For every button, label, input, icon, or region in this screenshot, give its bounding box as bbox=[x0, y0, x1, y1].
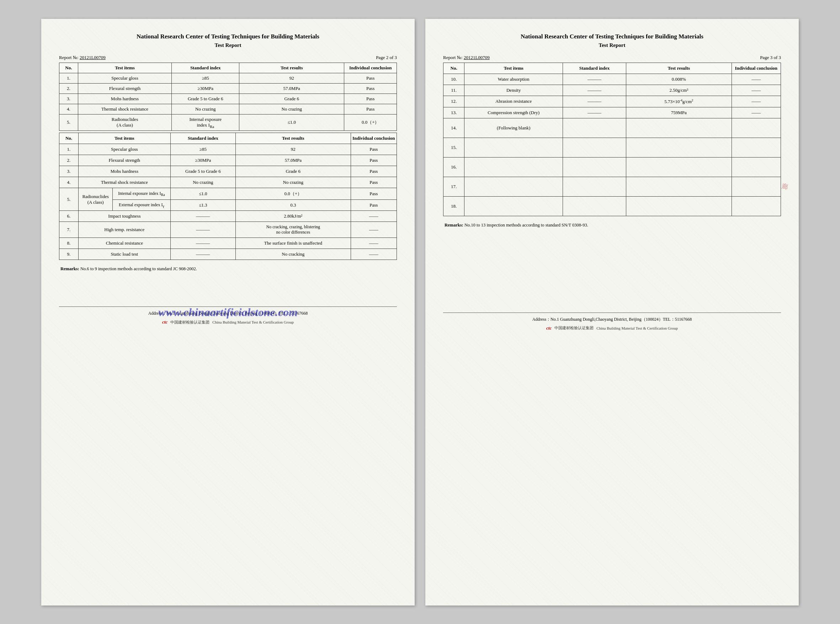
table-row: 8. Chemical resistance ——— The surface f… bbox=[59, 238, 397, 249]
page-3: National Research Center of Testing Tech… bbox=[425, 19, 799, 605]
table-row: 9. Static load test ——— No cracking —— bbox=[59, 249, 397, 260]
page3-report-no: Report №: 20121L00709 bbox=[443, 55, 490, 60]
th-no: No. bbox=[59, 133, 79, 144]
th-standard-index3: Standard index bbox=[563, 63, 626, 74]
page3-title: Test Report bbox=[443, 42, 781, 48]
table-row: 3. Mohs hardness Grade 5 to Grade 6 Grad… bbox=[59, 94, 397, 104]
table-row: 1. Specular gloss ≥85 92 Pass bbox=[59, 144, 397, 155]
th-individual-conclusion3: Individual conclusion bbox=[732, 63, 781, 74]
page2-page-label: Page 2 of 3 bbox=[376, 55, 397, 60]
table-row: 12. Abrasion resistance ——— 5.73×10-4g/c… bbox=[443, 96, 781, 107]
th-standard-index: Standard index bbox=[170, 133, 235, 144]
logo-sub-3: 中国建材检验认证集团 bbox=[554, 325, 593, 331]
th-test-results3: Test results bbox=[626, 63, 732, 74]
page2-logo-area: ctc 中国建材检验认证集团 China Building Material T… bbox=[59, 319, 397, 325]
page3-meta: Report №: 20121L00709 Page 3 of 3 bbox=[443, 55, 781, 60]
page3-page-label: Page 3 of 3 bbox=[760, 55, 781, 60]
table-row: 4. Thermal shock resistance No crazing N… bbox=[59, 177, 397, 188]
table-row: 4. Thermal shock resistance No crazing N… bbox=[59, 104, 397, 114]
col-test: Test items bbox=[78, 63, 172, 73]
page2-footer: Address：No.1 Guanzhuang Dongli,Chaoyang … bbox=[59, 306, 397, 325]
th-test-items: Test items bbox=[78, 133, 170, 144]
page-2: National Research Center of Testing Tech… bbox=[41, 19, 415, 605]
logo-sub: 中国建材检验认证集团 bbox=[170, 320, 210, 325]
page2-header: National Research Center of Testing Tech… bbox=[59, 33, 397, 48]
page2-table: No. Test items Standard index Test resul… bbox=[59, 63, 397, 131]
table-row: 16. bbox=[443, 157, 781, 177]
page3-org: National Research Center of Testing Tech… bbox=[443, 33, 781, 40]
col-concl: Individual conclusion bbox=[344, 63, 397, 73]
table-row: 1. Specular gloss ≥85 92 Pass bbox=[59, 73, 397, 83]
table-row: 2. Flexural strength ≥30MPa 57.0MPa Pass bbox=[59, 83, 397, 94]
page2-report-no: Report №: 20121L00709 bbox=[59, 55, 106, 60]
page2-title: Test Report bbox=[59, 42, 397, 48]
table-row: 13. Compression strength (Dry) ——— 759MP… bbox=[443, 107, 781, 118]
page2-remarks: Remarks: No.6 to 9 inspection methods ac… bbox=[59, 264, 397, 275]
page2-org: National Research Center of Testing Tech… bbox=[59, 33, 397, 40]
table-row: 10. Water absorption ——— 0.008% —— bbox=[443, 74, 781, 85]
table-row: 3. Mohs hardness Grade 5 to Grade 6 Grad… bbox=[59, 166, 397, 177]
page2-report-table: No. Test items Standard index Test resul… bbox=[59, 133, 397, 260]
table-row: 7. High temp. resistance ——— No cracking… bbox=[59, 222, 397, 238]
table-row: 17. bbox=[443, 177, 781, 196]
page3-report-table: No. Test items Standard index Test resul… bbox=[443, 63, 781, 216]
col-result: Test results bbox=[239, 63, 344, 73]
col-std: Standard index bbox=[172, 63, 239, 73]
table-row: 6. Impact toughness ——— 2.80kJ/m² —— bbox=[59, 211, 397, 222]
page3-header: National Research Center of Testing Tech… bbox=[443, 33, 781, 48]
th-no3: No. bbox=[443, 63, 465, 74]
table-row: 5. Radionuclides(A class) Internal expos… bbox=[59, 114, 397, 131]
page3-address: Address：No.1 Guanzhuang Dongli,Chaoyang … bbox=[443, 317, 781, 323]
table-row-5a: 5. Radionuclides(A class) Internal expos… bbox=[59, 188, 397, 200]
table-row: 2. Flexural strength ≥30MPa 57.0MPa Pass bbox=[59, 155, 397, 166]
page3-remarks: Remarks: No.10 to 13 inspection methods … bbox=[443, 220, 781, 231]
table-row: 11. Density ——— 2.50g/cm³ —— bbox=[443, 85, 781, 96]
page2-address: Address：No.1 Guanzhuang Dongli,Chaoyang … bbox=[59, 310, 397, 317]
th-individual-conclusion: Individual conclusion bbox=[351, 133, 397, 144]
th-test-results: Test results bbox=[236, 133, 351, 144]
ctc-logo: ctc bbox=[162, 319, 167, 325]
page2-meta: Report №: 20121L00709 Page 2 of 3 bbox=[59, 55, 397, 60]
col-no: No. bbox=[59, 63, 78, 73]
th-test-items3: Test items bbox=[465, 63, 563, 74]
page3-footer: Address：No.1 Guanzhuang Dongli,Chaoyang … bbox=[443, 312, 781, 331]
logo-sub2: China Building Material Test & Certifica… bbox=[212, 320, 294, 324]
pages-container: National Research Center of Testing Tech… bbox=[41, 19, 799, 605]
ctc-logo-3: ctc bbox=[546, 325, 551, 331]
red-stamp-right: 廊 bbox=[781, 182, 789, 191]
page3-logo-area: ctc 中国建材检验认证集团 China Building Material T… bbox=[443, 325, 781, 331]
table-row: 15. bbox=[443, 137, 781, 157]
logo-sub2-3: China Building Material Test & Certifica… bbox=[596, 326, 678, 330]
table-row: 18. bbox=[443, 196, 781, 216]
table-row: 14. (Following blank) bbox=[443, 118, 781, 137]
